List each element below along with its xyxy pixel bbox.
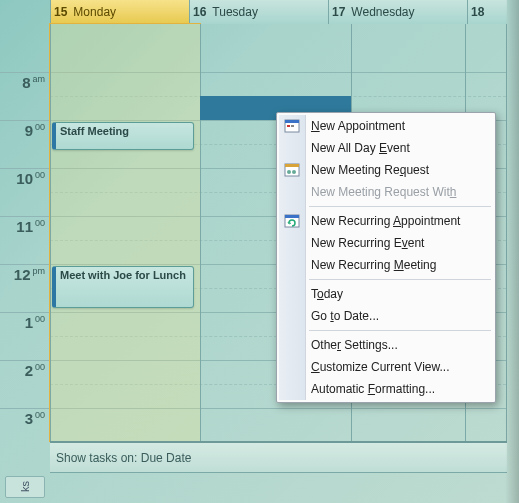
menu-automatic-formatting[interactable]: Automatic Formatting... <box>279 378 493 400</box>
hour-label: 200 <box>0 360 50 408</box>
hour-label: 8am <box>0 72 50 120</box>
svg-point-7 <box>292 170 296 174</box>
hour-label: 1100 <box>0 216 50 264</box>
day-header-tuesday[interactable]: 16 Tuesday <box>189 0 328 24</box>
menu-new-appointment[interactable]: New Appointment <box>279 115 493 137</box>
tasks-vertical-tab[interactable]: ks <box>5 476 45 498</box>
svg-point-6 <box>287 170 291 174</box>
day-name: Wednesday <box>351 5 414 19</box>
tasks-bar[interactable]: Show tasks on: Due Date <box>50 441 507 473</box>
day-column-monday[interactable] <box>50 24 200 441</box>
day-name: Tuesday <box>212 5 258 19</box>
day-number: 18 <box>471 5 490 19</box>
svg-rect-1 <box>285 120 299 123</box>
menu-label: New Recurring Appointment <box>311 214 460 228</box>
menu-label: New Meeting Request With <box>311 185 456 199</box>
menu-label: Customize Current View... <box>311 360 450 374</box>
svg-rect-5 <box>285 164 299 167</box>
day-name: Monday <box>73 5 116 19</box>
hour-label: 100 <box>0 312 50 360</box>
right-edge-shadow <box>505 0 519 503</box>
context-menu: New Appointment New All Day Event New Me… <box>276 112 496 403</box>
menu-label: New Recurring Meeting <box>311 258 436 272</box>
menu-label: Other Settings... <box>311 338 398 352</box>
menu-new-recurring-meeting[interactable]: New Recurring Meeting <box>279 254 493 276</box>
menu-label: New Recurring Event <box>311 236 424 250</box>
day-number: 16 <box>193 5 212 19</box>
menu-today[interactable]: Today <box>279 283 493 305</box>
tasks-bar-label: Show tasks on: Due Date <box>56 451 191 465</box>
menu-new-recurring-appointment[interactable]: New Recurring Appointment <box>279 210 493 232</box>
event-meet-joe-lunch[interactable]: Meet with Joe for Lunch <box>52 266 194 308</box>
menu-label: Automatic Formatting... <box>311 382 435 396</box>
hour-label: 900 <box>0 120 50 168</box>
day-header-thursday[interactable]: 18 <box>467 0 507 24</box>
hour-label: 12pm <box>0 264 50 312</box>
svg-rect-3 <box>291 125 294 127</box>
calendar-meeting-icon <box>284 162 300 178</box>
svg-rect-9 <box>285 215 299 218</box>
menu-go-to-date[interactable]: Go to Date... <box>279 305 493 327</box>
menu-label: New All Day Event <box>311 141 410 155</box>
menu-separator <box>309 279 491 280</box>
svg-rect-2 <box>287 125 290 127</box>
day-number: 17 <box>332 5 351 19</box>
menu-label: New Meeting Request <box>311 163 429 177</box>
menu-other-settings[interactable]: Other Settings... <box>279 334 493 356</box>
menu-label: Go to Date... <box>311 309 379 323</box>
day-header-monday[interactable]: 15 Monday <box>50 0 189 24</box>
menu-new-meeting-request[interactable]: New Meeting Request <box>279 159 493 181</box>
menu-label: New Appointment <box>311 119 405 133</box>
hour-label: 1000 <box>0 168 50 216</box>
event-staff-meeting[interactable]: Staff Meeting <box>52 122 194 150</box>
day-header-wednesday[interactable]: 17 Wednesday <box>328 0 467 24</box>
menu-new-recurring-event[interactable]: New Recurring Event <box>279 232 493 254</box>
day-number: 15 <box>54 5 73 19</box>
calendar-day-icon <box>284 118 300 134</box>
time-gutter: 8am 900 1000 1100 12pm 100 200 300 <box>0 24 50 441</box>
hour-label: 300 <box>0 408 50 456</box>
calendar-recurring-icon <box>284 213 300 229</box>
menu-customize-current-view[interactable]: Customize Current View... <box>279 356 493 378</box>
menu-new-allday-event[interactable]: New All Day Event <box>279 137 493 159</box>
menu-separator <box>309 330 491 331</box>
menu-new-meeting-request-with: New Meeting Request With <box>279 181 493 203</box>
day-header-row: 15 Monday 16 Tuesday 17 Wednesday 18 <box>50 0 507 24</box>
menu-separator <box>309 206 491 207</box>
menu-label: Today <box>311 287 343 301</box>
